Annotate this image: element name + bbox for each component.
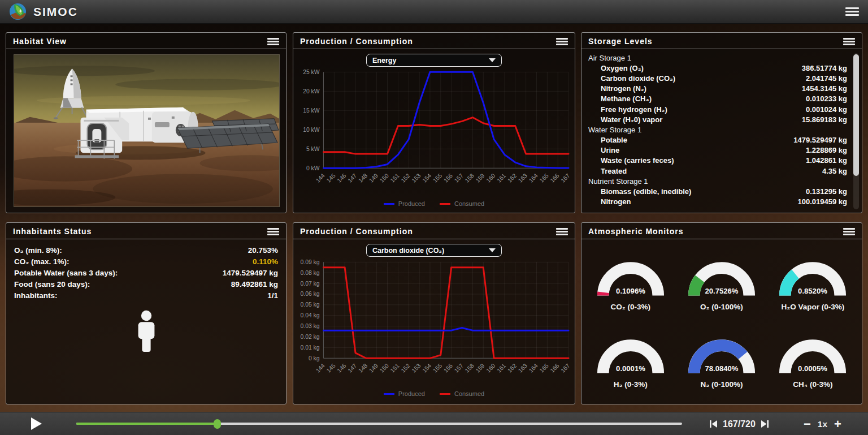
y-tick-label: 0.09 kg: [301, 259, 320, 265]
y-tick-label: 0.07 kg: [301, 281, 320, 287]
chart-legend: ProducedConsumed: [384, 199, 484, 208]
x-tick-label: 158: [464, 363, 475, 374]
atmosphere-gauge: 0.1096%CO₂ (0-3%): [585, 247, 676, 325]
x-tick-label: 162: [506, 173, 518, 184]
x-tick-label: 149: [368, 173, 379, 184]
selected-option: Carbon dioxide (CO₂): [372, 247, 444, 255]
storage-row: Nitrogen (N₂)1454.3145 kg: [588, 84, 847, 94]
storage-group-name: Water Storage 1: [588, 124, 847, 135]
storage-row: Waste (carries feces)1.042861 kg: [588, 156, 847, 166]
atmosphere-gauge: 0.0001%H₂ (0-3%): [585, 325, 676, 402]
x-tick-label: 151: [389, 363, 401, 374]
x-tick-label: 159: [475, 173, 486, 184]
panel-menu-button[interactable]: [267, 228, 279, 235]
legend-item: Consumed: [440, 200, 484, 207]
x-tick-label: 151: [389, 173, 401, 184]
panel-menu-button[interactable]: [556, 38, 568, 45]
storage-item-value: 1.042861 kg: [806, 156, 847, 165]
storage-row: Carbon dioxide (CO₂)2.041745 kg: [588, 73, 847, 83]
y-tick-label: 0 kg: [309, 355, 320, 361]
stat-label: Potable Water (sans 3 days):: [14, 269, 118, 277]
co2-line-chart: 0 kg0.01 kg0.02 kg0.03 kg0.04 kg0.05 kg0…: [297, 258, 571, 389]
panel-title: Storage Levels: [588, 37, 653, 46]
x-tick-label: 147: [346, 363, 358, 374]
gauge-label: N₂ (0-100%): [700, 380, 743, 389]
storage-item-label: Treated: [601, 167, 627, 175]
playback-bar: 167/720 − 1x +: [0, 412, 868, 435]
legend-swatch: [384, 203, 394, 205]
timeline-slider[interactable]: [76, 419, 682, 428]
legend-item: Produced: [384, 200, 425, 207]
storage-row: Methane (CH₄)0.010233 kg: [588, 94, 847, 104]
stat-value: 20.753%: [248, 246, 278, 255]
currency-select[interactable]: Energy: [366, 54, 502, 67]
series-produced: [323, 328, 568, 330]
habitat-3d-view[interactable]: [14, 54, 280, 207]
storage-item-value: 386.51774 kg: [802, 64, 847, 72]
x-tick-label: 148: [357, 173, 368, 184]
inhabitant-stat-row: CO₂ (max. 1%):0.110%: [14, 256, 278, 268]
currency-select[interactable]: Carbon dioxide (CO₂): [366, 244, 502, 257]
chevron-down-icon: [489, 248, 496, 252]
storage-item-value: 2.041745 kg: [806, 74, 847, 83]
y-tick-label: 0 kW: [306, 165, 320, 171]
app-title: SIMOC: [33, 5, 78, 19]
gauge-arc: 0.0005%: [770, 325, 855, 377]
legend-label: Produced: [398, 390, 425, 397]
y-tick-label: 0.04 kg: [301, 312, 320, 318]
x-tick-label: 158: [464, 173, 475, 184]
production-consumption-energy-panel: Production / Consumption Energy 0 kW5 kW…: [293, 32, 575, 213]
x-tick-label: 144: [315, 173, 326, 184]
x-tick-label: 145: [326, 173, 337, 184]
play-button[interactable]: [31, 417, 42, 430]
storage-row: Free hydrogen (H₂)0.001024 kg: [588, 104, 847, 114]
y-tick-label: 0.02 kg: [301, 334, 320, 340]
gauge-arc: 78.0840%: [679, 325, 764, 377]
gauge-label: H₂O Vapor (0-3%): [781, 303, 844, 311]
atmosphere-gauge: 78.0840%N₂ (0-100%): [676, 325, 767, 402]
panel-menu-button[interactable]: [843, 38, 855, 45]
scrollbar-thumb[interactable]: [853, 54, 859, 176]
y-tick-label: 15 kW: [303, 107, 320, 114]
inhabitants-stats: O₂ (min. 8%):20.753%CO₂ (max. 1%):0.110%…: [6, 239, 286, 301]
panel-title: Production / Consumption: [300, 227, 413, 236]
x-tick-label: 147: [346, 173, 358, 184]
storage-item-value: 1479.529497 kg: [793, 136, 847, 144]
step-back-icon[interactable]: [709, 420, 718, 428]
x-tick-label: 152: [400, 363, 411, 374]
atmosphere-gauge: 0.0005%CH₄ (0-3%): [767, 325, 858, 402]
gauges-grid: 0.1096%CO₂ (0-3%)20.7526%O₂ (0-100%)0.85…: [581, 239, 862, 404]
storage-item-label: Water (H₂0) vapor: [601, 115, 662, 124]
panel-menu-button[interactable]: [556, 228, 568, 235]
speed-increase-button[interactable]: +: [834, 418, 841, 430]
atmosphere-gauge: 0.8520%H₂O Vapor (0-3%): [767, 247, 858, 325]
habitat-view-panel: Habitat View: [6, 32, 287, 213]
x-tick-label: 160: [485, 363, 496, 374]
gauge-value: 78.0840%: [705, 364, 738, 373]
panel-title: Atmospheric Monitors: [588, 227, 684, 236]
storage-item-value: 1454.3145 kg: [802, 84, 847, 93]
slider-thumb[interactable]: [214, 419, 221, 429]
y-tick-label: 20 kW: [303, 88, 320, 94]
legend-swatch: [440, 203, 450, 205]
stat-label: Inhabitants:: [14, 291, 58, 300]
stat-value: 89.492861 kg: [231, 280, 278, 288]
x-tick-label: 155: [432, 173, 443, 184]
storage-item-label: Biomass (edible, inedible): [601, 187, 691, 196]
stat-label: Food (sans 20 days):: [14, 280, 90, 288]
panel-title: Inhabitants Status: [13, 227, 92, 236]
stat-value: 1479.529497 kg: [223, 269, 278, 277]
storage-row: Nitrogen100.019459 kg: [588, 197, 847, 207]
y-tick-label: 0.01 kg: [301, 344, 320, 351]
speed-decrease-button[interactable]: −: [804, 418, 811, 430]
x-tick-label: 167: [559, 173, 571, 184]
app-menu-button[interactable]: [845, 7, 859, 16]
x-tick-label: 145: [326, 363, 337, 374]
scrollbar-track[interactable]: [853, 53, 859, 209]
panel-title: Habitat View: [13, 37, 67, 46]
step-forward-icon[interactable]: [761, 420, 769, 428]
legend-label: Produced: [398, 200, 425, 207]
stat-label: O₂ (min. 8%):: [14, 246, 62, 255]
panel-menu-button[interactable]: [843, 228, 855, 235]
panel-menu-button[interactable]: [267, 38, 279, 45]
